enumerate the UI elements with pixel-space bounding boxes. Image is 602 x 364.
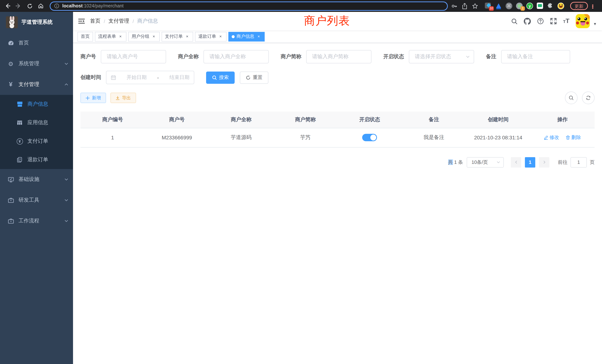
- sidebar-item-app-info[interactable]: 应用信息: [0, 113, 73, 132]
- extension-dot-icon[interactable]: 1: [516, 3, 523, 9]
- export-button[interactable]: 导出: [110, 93, 136, 103]
- col-actions: 操作: [530, 112, 595, 128]
- delete-link[interactable]: 删除: [566, 134, 581, 141]
- tab-close-icon[interactable]: ×: [185, 34, 190, 39]
- font-size-icon[interactable]: TT: [563, 17, 569, 25]
- remark-input[interactable]: 请输入备注: [501, 50, 570, 63]
- cell-create-time: 2021-10-23 08:31:14: [466, 128, 530, 147]
- user-caret-icon[interactable]: ▼: [593, 22, 597, 26]
- profile-emoji-icon[interactable]: [558, 3, 564, 9]
- extension-badge: 10: [489, 6, 494, 11]
- hide-search-button[interactable]: [565, 92, 578, 104]
- status-select[interactable]: 请选择开启状态: [409, 50, 474, 63]
- full-name-input[interactable]: 请输入商户全称: [204, 50, 269, 63]
- breadcrumb-separator: /: [132, 18, 134, 24]
- tab-close-icon[interactable]: ×: [151, 34, 156, 39]
- merchant-no-input[interactable]: 请输入商户号: [101, 50, 166, 63]
- search-icon: [569, 95, 574, 100]
- reload-icon[interactable]: [25, 1, 34, 10]
- url-bar[interactable]: localhost :1024/pay/merchant: [50, 1, 448, 11]
- goto-label: 前往: [558, 159, 568, 165]
- end-date-placeholder: 结束日期: [169, 74, 189, 81]
- tab-close-icon[interactable]: ×: [218, 34, 223, 39]
- tab-close-icon[interactable]: ×: [118, 34, 123, 39]
- sidebar-item-pay-order[interactable]: ¥ 支付订单: [0, 132, 73, 150]
- sidebar-logo-row[interactable]: 芋道管理系统: [0, 12, 73, 33]
- extension-chat-icon[interactable]: [537, 3, 543, 9]
- sidebar-item-label: 研发工具: [19, 197, 60, 203]
- tab-close-icon[interactable]: ×: [256, 34, 261, 39]
- grid-icon: [16, 120, 23, 126]
- breadcrumb-home[interactable]: 首页: [90, 18, 100, 24]
- sidebar-item-infrastructure[interactable]: 基础设施: [0, 169, 73, 190]
- tab-home[interactable]: 首页: [77, 32, 93, 41]
- browser-update-button[interactable]: 更新: [570, 2, 588, 10]
- user-avatar[interactable]: [576, 14, 590, 28]
- col-short-name: 商户简称: [273, 112, 337, 128]
- tab-label: 首页: [81, 33, 90, 40]
- browser-menu-icon[interactable]: •••: [590, 4, 595, 8]
- info-icon[interactable]: [54, 3, 59, 9]
- prev-page-button[interactable]: [511, 157, 521, 167]
- extension-badge: 1: [520, 6, 525, 11]
- chevron-down-icon: [64, 219, 69, 223]
- chevron-down-icon: [64, 198, 69, 202]
- github-icon[interactable]: [524, 18, 531, 25]
- status-toggle[interactable]: [362, 134, 377, 141]
- extension-devtools-icon[interactable]: 10: [485, 3, 492, 9]
- tab-user-group[interactable]: 用户分组 ×: [128, 32, 160, 41]
- shop-icon: [16, 101, 23, 107]
- table-header-row: 商户编号 商户号 商户全称 商户简称 开启状态 备注 创建时间 操作: [80, 112, 595, 128]
- tab-label: 退款订单: [198, 33, 216, 40]
- tab-refund-order[interactable]: 退款订单 ×: [195, 32, 226, 41]
- create-time-range-input[interactable]: 开始日期 - 结束日期: [106, 71, 194, 84]
- sidebar-item-home[interactable]: 首页: [0, 33, 73, 53]
- search-icon[interactable]: [511, 18, 517, 24]
- edit-pencil-icon: [544, 135, 548, 140]
- page-size-select[interactable]: 10条/页: [467, 157, 504, 167]
- extensions-puzzle-icon[interactable]: [547, 3, 554, 9]
- next-page-button[interactable]: [539, 157, 549, 167]
- col-status: 开启状态: [337, 112, 402, 128]
- edit-link[interactable]: 修改: [544, 134, 559, 141]
- forward-icon[interactable]: [14, 1, 23, 10]
- create-time-label: 创建时间: [80, 74, 101, 81]
- col-remark: 备注: [402, 112, 466, 128]
- share-icon[interactable]: [460, 3, 469, 9]
- search-button[interactable]: 搜索: [206, 71, 235, 84]
- chevron-left-icon: [514, 160, 518, 164]
- briefcase-icon: [7, 197, 14, 203]
- tab-merchant-info[interactable]: 商户信息 ×: [228, 32, 265, 41]
- home-icon[interactable]: [36, 1, 45, 10]
- page-number-1[interactable]: 1: [525, 157, 535, 167]
- goto-page-input[interactable]: [570, 157, 587, 167]
- logo-rabbit-image: [6, 16, 18, 28]
- tab-pay-order[interactable]: 支付订单 ×: [162, 32, 193, 41]
- extension-command-icon[interactable]: ⌘: [506, 3, 512, 9]
- screen: localhost :1024/pay/merchant 10 ⌘ 1: [0, 0, 602, 364]
- sidebar-item-payment[interactable]: ¥ 支付管理: [0, 74, 73, 95]
- sidebar-item-merchant-info[interactable]: 商户信息: [0, 95, 73, 113]
- main-panel: 商户号 请输入商户号 商户全称 请输入商户全称 商户简称 请输入商户简称 开启状…: [73, 43, 602, 364]
- back-icon[interactable]: [3, 1, 12, 10]
- sidebar-item-system[interactable]: ⚙ 系统管理: [0, 53, 73, 74]
- merchant-table: 商户编号 商户号 商户全称 商户简称 开启状态 备注 创建时间 操作 1: [80, 112, 595, 147]
- sidebar-item-refund-order[interactable]: 退款订单: [0, 150, 73, 169]
- refresh-button[interactable]: [582, 92, 595, 104]
- sidebar-item-workflow[interactable]: 工作流程: [0, 211, 73, 231]
- sidebar-toggle-icon[interactable]: [78, 18, 85, 24]
- fullscreen-icon[interactable]: [550, 18, 557, 24]
- password-key-icon[interactable]: [450, 3, 458, 9]
- breadcrumb-payment[interactable]: 支付管理: [108, 18, 129, 24]
- extension-y-icon[interactable]: y: [526, 3, 533, 9]
- reset-button[interactable]: 重置: [240, 71, 268, 84]
- bookmark-star-icon[interactable]: [471, 3, 479, 9]
- yen-circle-icon: ¥: [16, 138, 23, 144]
- tab-process-form[interactable]: 流程表单 ×: [95, 32, 126, 41]
- sidebar-item-dev-tools[interactable]: 研发工具: [0, 190, 73, 211]
- short-name-input[interactable]: 请输入商户简称: [306, 50, 371, 63]
- help-icon[interactable]: [537, 18, 544, 24]
- add-button[interactable]: 新增: [80, 93, 106, 103]
- extension-kite-icon[interactable]: [495, 3, 502, 9]
- sidebar-item-label: 工作流程: [19, 218, 60, 224]
